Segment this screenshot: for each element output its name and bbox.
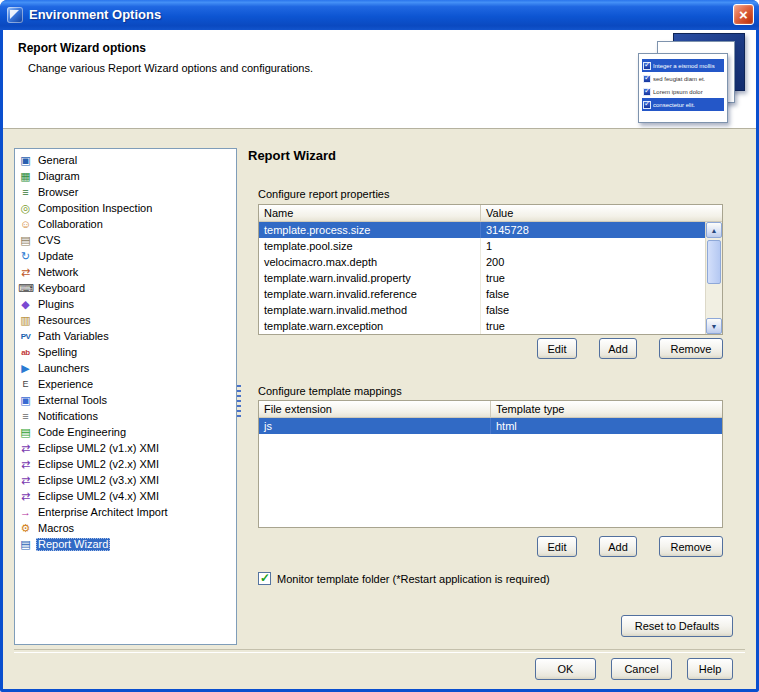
close-button[interactable] <box>733 4 754 25</box>
browser-icon: ≡ <box>18 185 33 200</box>
column-header-template-type[interactable]: Template type <box>491 401 722 417</box>
tree-item-composition-inspection[interactable]: ◎Composition Inspection <box>15 200 236 216</box>
tree-item-browser[interactable]: ≡Browser <box>15 184 236 200</box>
file-extension-cell: js <box>259 418 491 434</box>
tree-item-launchers[interactable]: ▶Launchers <box>15 360 236 376</box>
property-row[interactable]: template.warn.invalid.methodfalse <box>259 302 705 318</box>
tree-item-diagram[interactable]: ▦Diagram <box>15 168 236 184</box>
illustration-row: sed feugiat diam et. <box>642 72 724 85</box>
plugins-icon: ◆ <box>18 297 33 312</box>
ea-import-icon: → <box>18 505 33 520</box>
tree-item-resources[interactable]: ▥Resources <box>15 312 236 328</box>
column-header-file-extension[interactable]: File extension <box>259 401 491 417</box>
cancel-button[interactable]: Cancel <box>611 658 672 680</box>
tree-item-eclipse-uml2-v1-x-xmi[interactable]: ⇄Eclipse UML2 (v1.x) XMI <box>15 440 236 456</box>
property-row[interactable]: template.pool.size1 <box>259 238 705 254</box>
spelling-icon: ab <box>18 345 33 360</box>
tree-item-external-tools[interactable]: ▣External Tools <box>15 392 236 408</box>
tree-item-cvs[interactable]: ▤CVS <box>15 232 236 248</box>
illustration-row: Integer a eismod mollis <box>642 59 724 72</box>
properties-edit-button[interactable]: Edit <box>537 338 577 359</box>
tree-item-path-variables[interactable]: PVPath Variables <box>15 328 236 344</box>
scroll-down-button[interactable] <box>706 318 722 334</box>
footer-separator <box>14 649 745 653</box>
properties-remove-button[interactable]: Remove <box>659 338 723 359</box>
tree-item-enterprise-architect-import[interactable]: →Enterprise Architect Import <box>15 504 236 520</box>
mappings-add-button[interactable]: Add <box>599 536 637 557</box>
column-header-value[interactable]: Value <box>481 205 722 221</box>
report-wizard-icon: ▤ <box>18 537 33 552</box>
property-value-cell: false <box>481 302 705 318</box>
monitor-template-row: Monitor template folder (*Restart applic… <box>258 572 550 585</box>
launchers-icon: ▶ <box>18 361 33 376</box>
tree-item-label: Report Wizard <box>36 538 110 551</box>
property-row[interactable]: template.warn.exceptiontrue <box>259 318 705 334</box>
app-icon <box>7 7 23 23</box>
tree-item-label: External Tools <box>36 394 109 407</box>
tree-item-label: Resources <box>36 314 93 327</box>
tree-item-notifications[interactable]: ≡Notifications <box>15 408 236 424</box>
tree-item-collaboration[interactable]: ☺Collaboration <box>15 216 236 232</box>
column-header-name[interactable]: Name <box>259 205 481 221</box>
environment-options-dialog: Environment Options Report Wizard option… <box>0 0 759 692</box>
tree-item-label: Launchers <box>36 362 91 375</box>
property-name-cell: template.warn.invalid.property <box>259 270 481 286</box>
monitor-template-checkbox[interactable] <box>258 572 271 585</box>
tree-item-label: Keyboard <box>36 282 87 295</box>
mappings-table-body: jshtml <box>259 418 722 527</box>
scroll-down-icon <box>711 323 718 330</box>
tree-item-network[interactable]: ⇄Network <box>15 264 236 280</box>
scroll-up-button[interactable] <box>706 222 722 238</box>
tree-item-macros[interactable]: ⚙Macros <box>15 520 236 536</box>
tree-item-experience[interactable]: EExperience <box>15 376 236 392</box>
tree-item-label: Diagram <box>36 170 82 183</box>
tree-item-eclipse-uml2-v3-x-xmi[interactable]: ⇄Eclipse UML2 (v3.x) XMI <box>15 472 236 488</box>
scrollbar-thumb[interactable] <box>707 240 721 284</box>
properties-scrollbar[interactable] <box>705 222 722 334</box>
illustration-rows: Integer a eismod mollissed feugiat diam … <box>642 59 724 111</box>
tree-item-general[interactable]: ▣General <box>15 152 236 168</box>
tree-item-label: Eclipse UML2 (v4.x) XMI <box>36 490 161 503</box>
illustration-front-page: Integer a eismod mollissed feugiat diam … <box>638 53 728 123</box>
check-icon <box>643 75 651 83</box>
tree-item-report-wizard[interactable]: ▤Report Wizard <box>15 536 236 552</box>
eclipse-xmi-icon: ⇄ <box>18 441 33 456</box>
mappings-remove-button[interactable]: Remove <box>659 536 723 557</box>
tree-item-plugins[interactable]: ◆Plugins <box>15 296 236 312</box>
tree-item-eclipse-uml2-v2-x-xmi[interactable]: ⇄Eclipse UML2 (v2.x) XMI <box>15 456 236 472</box>
illustration-text: Lorem ipsum dolor <box>653 89 703 95</box>
property-row[interactable]: template.process.size3145728 <box>259 222 705 238</box>
tree-item-label: Collaboration <box>36 218 105 231</box>
properties-add-button[interactable]: Add <box>599 338 637 359</box>
close-icon <box>734 6 753 24</box>
tree-item-label: Composition Inspection <box>36 202 154 215</box>
property-row[interactable]: velocimacro.max.depth200 <box>259 254 705 270</box>
ok-button[interactable]: OK <box>535 658 596 680</box>
tree-item-label: Eclipse UML2 (v1.x) XMI <box>36 442 161 455</box>
property-name-cell: velocimacro.max.depth <box>259 254 481 270</box>
property-row[interactable]: template.warn.invalid.propertytrue <box>259 270 705 286</box>
properties-table-body: template.process.size3145728template.poo… <box>259 222 705 334</box>
tree-item-update[interactable]: ↻Update <box>15 248 236 264</box>
illustration-text: sed feugiat diam et. <box>653 76 705 82</box>
tree-item-eclipse-uml2-v4-x-xmi[interactable]: ⇄Eclipse UML2 (v4.x) XMI <box>15 488 236 504</box>
panel-title: Report Wizard <box>248 148 336 163</box>
tree-item-spelling[interactable]: abSpelling <box>15 344 236 360</box>
title-bar[interactable]: Environment Options <box>0 0 759 30</box>
property-name-cell: template.process.size <box>259 222 481 238</box>
tree-item-keyboard[interactable]: ⌨Keyboard <box>15 280 236 296</box>
header-banner: Report Wizard options Change various Rep… <box>3 30 756 129</box>
template-type-cell: html <box>491 418 722 434</box>
tree-item-code-engineering[interactable]: ▤Code Engineering <box>15 424 236 440</box>
mapping-row[interactable]: jshtml <box>259 418 722 434</box>
notifications-icon: ≡ <box>18 409 33 424</box>
property-row[interactable]: template.warn.invalid.referencefalse <box>259 286 705 302</box>
illustration-row: Lorem ipsum dolor <box>642 85 724 98</box>
reset-to-defaults-button[interactable]: Reset to Defaults <box>621 615 733 637</box>
mappings-edit-button[interactable]: Edit <box>537 536 577 557</box>
splitter-handle[interactable] <box>237 385 241 419</box>
tree-item-label: Update <box>36 250 75 263</box>
check-icon <box>643 88 651 96</box>
help-button[interactable]: Help <box>687 658 733 680</box>
illustration-text: Integer a eismod mollis <box>653 63 715 69</box>
